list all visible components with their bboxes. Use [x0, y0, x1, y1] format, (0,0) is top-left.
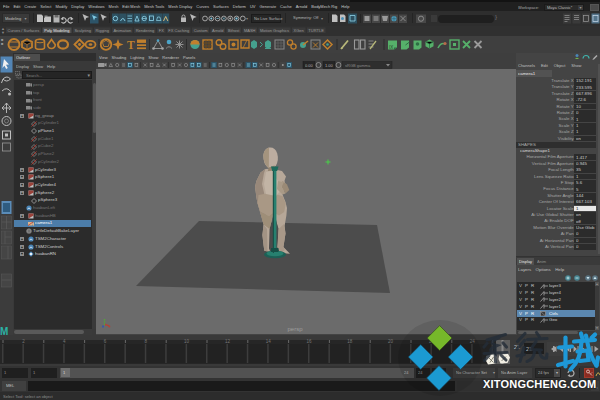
svg-text:IX: IX	[389, 45, 393, 50]
svg-text:T: T	[127, 39, 135, 51]
svg-text:10: 10	[184, 339, 190, 344]
svg-text:20: 20	[388, 339, 394, 344]
svg-text:14: 14	[266, 339, 272, 344]
svg-text:16: 16	[306, 339, 312, 344]
svg-text:persp: persp	[287, 326, 303, 332]
svg-text:22: 22	[429, 339, 435, 344]
svg-text:21: 21	[514, 344, 520, 350]
svg-text:21: 21	[526, 346, 532, 352]
svg-text:18: 18	[347, 339, 353, 344]
svg-text:12: 12	[225, 339, 231, 344]
svg-text:24: 24	[470, 339, 476, 344]
